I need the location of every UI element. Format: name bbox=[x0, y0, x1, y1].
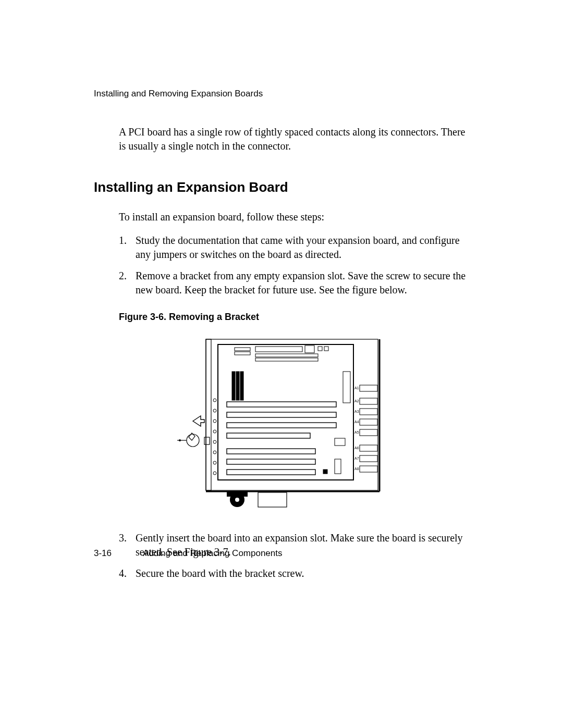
svg-rect-21 bbox=[232, 372, 235, 400]
figure: A1 A2 A3 A4 A5 bbox=[94, 335, 469, 512]
svg-point-12 bbox=[213, 472, 216, 475]
section-heading: Installing an Expansion Board bbox=[94, 179, 469, 195]
page: Installing and Removing Expansion Boards… bbox=[0, 0, 563, 581]
svg-rect-20 bbox=[235, 352, 250, 355]
svg-rect-15 bbox=[255, 358, 318, 361]
svg-point-44 bbox=[187, 434, 199, 447]
svg-point-50 bbox=[235, 498, 239, 502]
svg-rect-17 bbox=[318, 347, 322, 351]
svg-rect-39 bbox=[360, 429, 377, 436]
svg-rect-38 bbox=[360, 419, 377, 425]
running-head: Installing and Removing Expansion Boards bbox=[94, 89, 469, 99]
list-item: 1. Study the documentation that came wit… bbox=[119, 233, 469, 262]
svg-rect-31 bbox=[335, 438, 345, 446]
svg-rect-25 bbox=[227, 412, 336, 417]
svg-rect-42 bbox=[360, 466, 377, 472]
svg-marker-43 bbox=[193, 416, 204, 426]
svg-point-8 bbox=[213, 430, 216, 433]
svg-rect-41 bbox=[360, 455, 377, 462]
figure-caption: Figure 3-6. Removing a Bracket bbox=[94, 312, 469, 323]
svg-point-11 bbox=[213, 461, 216, 464]
svg-point-6 bbox=[213, 409, 216, 412]
slot-label: A5 bbox=[354, 430, 359, 434]
step-text: Remove a bracket from any empty expansio… bbox=[136, 269, 469, 297]
svg-rect-32 bbox=[335, 459, 341, 474]
step-number: 2. bbox=[119, 269, 136, 297]
step-number: 1. bbox=[119, 233, 136, 262]
svg-rect-0 bbox=[206, 339, 378, 490]
step-text: Secure the board with the bracket screw. bbox=[136, 566, 469, 581]
svg-rect-51 bbox=[258, 492, 287, 507]
page-number: 3-16 bbox=[94, 548, 112, 559]
svg-rect-33 bbox=[323, 470, 327, 474]
list-item: 4. Secure the board with the bracket scr… bbox=[119, 566, 469, 581]
svg-rect-27 bbox=[227, 433, 310, 438]
svg-rect-47 bbox=[204, 437, 210, 445]
svg-rect-23 bbox=[240, 372, 243, 400]
svg-point-7 bbox=[213, 419, 216, 423]
svg-rect-35 bbox=[360, 385, 377, 391]
page-footer: 3-16 Adding and Replacing Components bbox=[94, 548, 469, 559]
step-text: Study the documentation that came with y… bbox=[136, 233, 469, 262]
svg-rect-37 bbox=[360, 409, 377, 415]
svg-rect-26 bbox=[227, 423, 336, 428]
lede-paragraph: To install an expansion board, follow th… bbox=[94, 211, 469, 223]
svg-point-46 bbox=[179, 439, 181, 441]
svg-point-5 bbox=[213, 399, 216, 402]
intro-paragraph: A PCI board has a single row of tightly … bbox=[94, 125, 469, 153]
svg-rect-36 bbox=[360, 398, 377, 404]
svg-rect-29 bbox=[227, 459, 315, 464]
slot-label: A6 bbox=[354, 446, 359, 450]
slot-label: A7 bbox=[354, 456, 359, 460]
slot-label: A1 bbox=[354, 386, 359, 390]
svg-rect-30 bbox=[227, 470, 315, 475]
svg-rect-4 bbox=[206, 339, 211, 490]
slot-label: A3 bbox=[354, 410, 359, 413]
svg-rect-13 bbox=[255, 347, 302, 352]
slot-label: A8 bbox=[354, 467, 359, 471]
svg-rect-14 bbox=[255, 354, 318, 357]
list-item: 2. Remove a bracket from any empty expan… bbox=[119, 269, 469, 297]
step-number: 4. bbox=[119, 566, 136, 581]
svg-rect-19 bbox=[235, 348, 250, 351]
svg-rect-16 bbox=[305, 346, 314, 353]
svg-rect-22 bbox=[236, 372, 239, 400]
chapter-title: Adding and Replacing Components bbox=[143, 548, 282, 559]
slot-label: A2 bbox=[354, 399, 359, 403]
svg-point-9 bbox=[213, 440, 216, 443]
slot-label: A4 bbox=[354, 420, 359, 424]
motherboard-diagram-icon: A1 A2 A3 A4 A5 bbox=[177, 335, 386, 512]
svg-rect-28 bbox=[227, 449, 315, 454]
svg-point-10 bbox=[213, 451, 216, 454]
steps-list-a: 1. Study the documentation that came wit… bbox=[94, 233, 469, 297]
svg-rect-24 bbox=[227, 402, 336, 407]
svg-rect-34 bbox=[343, 372, 350, 403]
svg-rect-18 bbox=[324, 347, 328, 351]
svg-rect-40 bbox=[360, 445, 377, 451]
